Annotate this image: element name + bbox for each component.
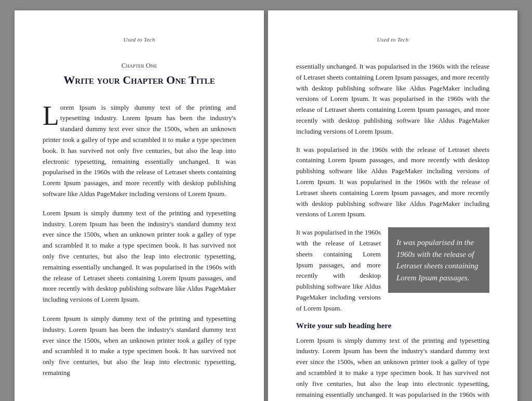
drop-cap: L <box>43 106 59 127</box>
paragraph-r2: It was popularised in the 1960s with the… <box>296 145 489 221</box>
page-right: Used to Tech essentially unchanged. It w… <box>268 10 517 401</box>
page-left: Used to Tech Chapter One Write your Chap… <box>15 10 264 401</box>
chapter-title: Write your Chapter One Title <box>43 73 236 88</box>
paragraph-1-text: orem Ipsum is simply dummy text of the p… <box>43 104 236 198</box>
sub-heading: Write your sub heading here <box>296 321 489 330</box>
paragraph-1: L orem Ipsum is simply dummy text of the… <box>43 102 236 200</box>
paragraph-r3: It was popularised in the 1960s with the… <box>296 227 381 314</box>
paragraph-3: Lorem Ipsum is simply dummy text of the … <box>43 314 236 379</box>
chapter-label: Chapter One <box>43 61 236 70</box>
page-header-left: Used to Tech <box>43 36 236 43</box>
book-spread: Used to Tech Chapter One Write your Chap… <box>15 10 517 401</box>
content-with-pullquote: It was popularised in the 1960s with the… <box>296 227 489 314</box>
paragraph-2: Lorem Ipsum is simply dummy text of the … <box>43 208 236 305</box>
pull-quote: It was popularised in the 1960s with the… <box>388 227 489 293</box>
paragraph-r1: essentially unchanged. It was popularise… <box>296 61 489 137</box>
paragraph-r4: Lorem Ipsum is simply dummy text of the … <box>296 335 489 401</box>
page-header-right: Used to Tech <box>296 36 489 43</box>
